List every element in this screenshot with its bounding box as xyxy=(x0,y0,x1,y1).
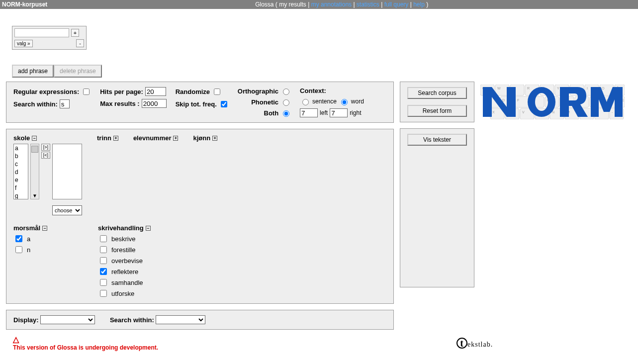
skole-listbox[interactable]: a b c d e f g xyxy=(13,144,28,199)
move-left-button[interactable]: [<] xyxy=(41,152,50,159)
regex-label: Regular expressions: xyxy=(13,88,79,95)
sh-reflektere-checkbox[interactable] xyxy=(100,268,107,275)
filter-elevnummer: elevnummer + xyxy=(133,134,179,142)
skip-label: Skip tot. freq. xyxy=(176,100,217,108)
svg-text:F: F xyxy=(517,98,519,102)
max-label: Max results : xyxy=(100,100,139,107)
nav-help[interactable]: help xyxy=(413,1,425,8)
kjonn-toggle[interactable]: + xyxy=(212,136,217,141)
sentence-label: sentence xyxy=(312,98,337,105)
search-within-label: Search within: xyxy=(13,100,58,108)
sh-overbevise-checkbox[interactable] xyxy=(100,257,107,264)
top-bar: NORM-korpuset Glossa ( my results | my a… xyxy=(0,0,638,9)
morsmal-item-n: n xyxy=(13,245,83,255)
randomize-checkbox[interactable] xyxy=(214,89,220,95)
valg-button[interactable]: valg » xyxy=(14,40,33,47)
skole-toggle[interactable]: − xyxy=(32,136,37,141)
move-right-button[interactable]: [>] xyxy=(41,144,50,151)
corpus-title: NORM-korpuset xyxy=(2,0,47,9)
display-panel: Display: Search within: xyxy=(6,310,394,330)
context-right-input[interactable] xyxy=(330,108,348,117)
nav-my-annotations[interactable]: my annotations xyxy=(311,1,352,8)
filter-skrivehandling: skrivehandling − beskrive forestille ove… xyxy=(98,224,151,298)
svg-text:X: X xyxy=(492,110,495,114)
morsmal-a-checkbox[interactable] xyxy=(15,235,22,242)
word-radio[interactable] xyxy=(341,99,348,105)
scroll-thumb[interactable] xyxy=(31,146,38,153)
nav-my-results[interactable]: my results xyxy=(279,1,306,8)
sh-forestille-checkbox[interactable] xyxy=(100,246,107,253)
morsmal-item-a: a xyxy=(13,234,83,244)
sh-samhandle-checkbox[interactable] xyxy=(100,279,107,286)
both-radio[interactable] xyxy=(283,110,289,117)
context-label: Context: xyxy=(300,87,364,94)
sh-beskrive-checkbox[interactable] xyxy=(100,235,107,242)
left-label: left xyxy=(320,109,328,116)
skole-scrollbar[interactable]: ▲ ▼ xyxy=(30,144,39,199)
tekstlab-logo: tekstlab. xyxy=(456,338,493,349)
choose-select[interactable]: choose xyxy=(52,205,82,215)
svg-text:O: O xyxy=(602,87,605,90)
both-label: Both xyxy=(264,109,279,117)
svg-text:R: R xyxy=(527,87,530,90)
search-corpus-button[interactable]: Search corpus xyxy=(407,87,467,99)
action-panel: Search corpus Reset form xyxy=(400,82,474,122)
context-left-input[interactable] xyxy=(300,108,318,117)
top-nav: Glossa ( my results | my annotations | s… xyxy=(255,0,428,9)
regex-checkbox[interactable] xyxy=(83,89,90,95)
dev-warning: This version of Glossa is undergoing dev… xyxy=(13,344,158,351)
phrase-plus-button[interactable]: + xyxy=(71,29,79,37)
phrase-buttons: add phrasedelete phrase xyxy=(12,65,632,78)
nav-statistics[interactable]: statistics xyxy=(357,1,379,8)
phrase-minus-button[interactable]: - xyxy=(76,39,84,47)
vis-panel: Vis tekster xyxy=(400,128,474,287)
vis-tekster-button[interactable]: Vis tekster xyxy=(407,134,467,146)
sentence-radio[interactable] xyxy=(302,99,309,105)
filter-skole: skole − a b c d e f g xyxy=(13,134,82,215)
svg-text:W: W xyxy=(497,87,501,90)
delete-phrase-button[interactable]: delete phrase xyxy=(54,65,102,78)
scroll-down-icon[interactable]: ▼ xyxy=(32,192,37,199)
filter-kjonn: kjønn + xyxy=(193,134,217,142)
skip-checkbox[interactable] xyxy=(221,101,227,107)
display-label: Display: xyxy=(13,316,39,324)
display-search-within-label: Search within: xyxy=(110,316,154,324)
norm-logo: Q W E R T Y U I O Å S D F G H J K xyxy=(480,82,630,121)
svg-text:D: D xyxy=(502,98,505,102)
phrase-box: + valg » - xyxy=(12,26,87,50)
footer: △ This version of Glossa is undergoing d… xyxy=(13,335,632,351)
phonetic-label: Phonetic xyxy=(251,98,278,106)
morsmal-n-checkbox[interactable] xyxy=(15,246,22,253)
word-label: word xyxy=(351,98,364,105)
phrase-input[interactable] xyxy=(14,28,69,37)
nav-full-query[interactable]: full query xyxy=(384,1,409,8)
warning-icon: △ xyxy=(13,335,19,344)
hits-input[interactable] xyxy=(145,87,166,96)
trinn-toggle[interactable]: + xyxy=(113,136,118,141)
elevnummer-toggle[interactable]: + xyxy=(173,136,178,141)
display-search-within-select[interactable] xyxy=(156,315,205,324)
filter-morsmal: morsmål − a n xyxy=(13,224,83,255)
hits-label: Hits per page: xyxy=(100,88,143,95)
filter-trinn: trinn + xyxy=(97,134,118,142)
reset-form-button[interactable]: Reset form xyxy=(407,105,467,117)
right-label: right xyxy=(350,109,361,116)
search-options-panel: Regular expressions: Search within: Hits… xyxy=(6,82,394,123)
add-phrase-button[interactable]: add phrase xyxy=(12,65,54,78)
display-select[interactable] xyxy=(40,315,95,324)
randomize-label: Randomize xyxy=(176,88,210,95)
phonetic-radio[interactable] xyxy=(283,99,289,106)
skole-selected-listbox[interactable] xyxy=(52,144,82,199)
search-within-input[interactable] xyxy=(60,99,70,108)
ortho-radio[interactable] xyxy=(283,89,289,95)
morsmal-toggle[interactable]: − xyxy=(42,226,47,231)
max-input[interactable] xyxy=(142,99,167,108)
skrivehandling-toggle[interactable]: − xyxy=(146,226,151,231)
svg-text:Y: Y xyxy=(557,87,559,90)
filters-panel: skole − a b c d e f g xyxy=(6,129,394,304)
ortho-label: Orthographic xyxy=(238,88,278,95)
svg-text:I: I xyxy=(587,87,588,90)
svg-text:V: V xyxy=(522,110,525,114)
sh-utforske-checkbox[interactable] xyxy=(100,290,107,297)
